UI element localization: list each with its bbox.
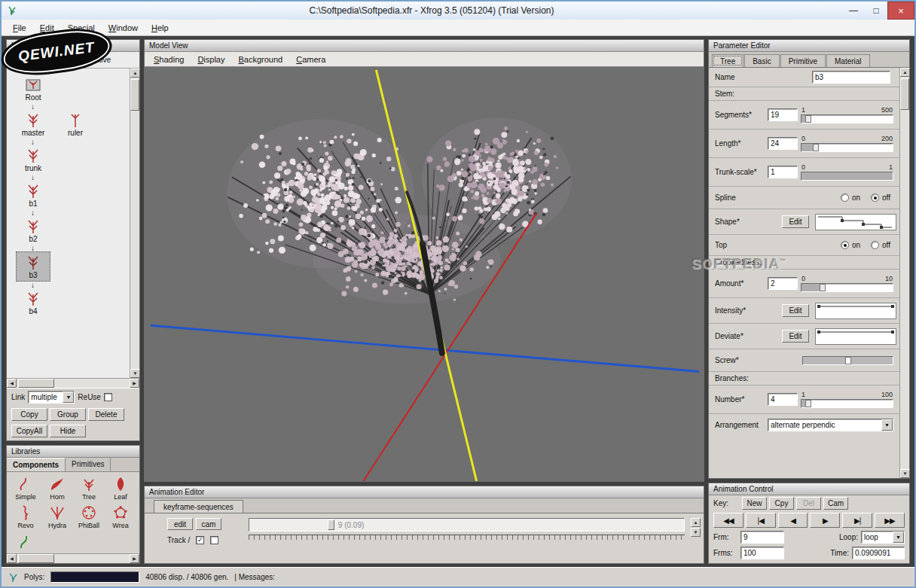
segments-input[interactable] <box>768 108 798 121</box>
scroll-up-icon[interactable]: ▲ <box>691 518 701 527</box>
scroll-right-icon[interactable]: ▶ <box>130 554 139 563</box>
menu-file[interactable]: File <box>6 21 33 35</box>
frms-input[interactable] <box>740 547 784 559</box>
library-item-horn[interactable]: Horn <box>41 474 73 502</box>
menu-display[interactable]: Display <box>191 53 231 66</box>
minimize-button[interactable]: — <box>842 2 865 20</box>
parameter-editor-vscroll[interactable]: ▲ ▼ <box>899 68 909 478</box>
menu-window[interactable]: Window <box>102 21 145 35</box>
hierarchy-node-ruler[interactable]: ruler <box>58 110 93 139</box>
library-item-wreath[interactable]: Wrea <box>105 502 136 531</box>
time-input[interactable] <box>852 547 905 559</box>
scroll-down-icon[interactable]: ▼ <box>130 369 140 378</box>
hierarchy-node-b4[interactable]: b4 <box>16 288 50 317</box>
rewind-button[interactable]: ◀◀ <box>713 513 743 528</box>
screw-slider[interactable] <box>802 356 893 365</box>
group-button[interactable]: Group <box>50 408 86 421</box>
number-slider[interactable] <box>801 399 893 408</box>
scroll-down-icon[interactable]: ▼ <box>900 469 910 478</box>
scroll-track[interactable] <box>17 554 130 563</box>
hide-button[interactable]: Hide <box>50 425 86 437</box>
scroll-left-icon[interactable]: ◀ <box>7 554 17 563</box>
scroll-track[interactable] <box>900 77 909 469</box>
menu-shading[interactable]: Shading <box>148 53 190 66</box>
tab-primitive[interactable]: Primitive <box>780 54 826 67</box>
link-dropdown[interactable]: multiple ▼ <box>28 391 75 404</box>
edit-button[interactable]: edit <box>167 518 193 530</box>
play-reverse-button[interactable]: ◀ <box>778 513 808 528</box>
maximize-button[interactable]: □ <box>865 2 887 20</box>
library-item-partial[interactable] <box>10 531 41 551</box>
scroll-right-icon[interactable]: ▶ <box>130 379 139 388</box>
library-item-hydra[interactable]: Hydra <box>41 502 73 531</box>
scroll-thumb[interactable] <box>130 79 139 111</box>
amount-slider[interactable] <box>801 283 893 292</box>
scroll-up-icon[interactable]: ▲ <box>900 68 910 77</box>
scroll-thumb[interactable] <box>900 78 909 110</box>
scroll-left-icon[interactable]: ◀ <box>7 379 17 388</box>
library-item-simple[interactable]: Simple <box>10 474 41 502</box>
library-item-phiball[interactable]: PhiBall <box>73 502 105 531</box>
arrangement-dropdown[interactable]: alternate perpendic ▼ <box>768 419 893 431</box>
length-input[interactable] <box>768 137 798 150</box>
library-item-revo[interactable]: Revo <box>10 502 41 531</box>
copy-button[interactable]: Copy <box>11 408 47 421</box>
hierarchy-node-b3-selected[interactable]: b3 <box>16 251 50 282</box>
scroll-up-icon[interactable]: ▲ <box>130 69 140 78</box>
close-button[interactable]: × <box>887 2 914 20</box>
spline-on-radio[interactable] <box>841 193 849 202</box>
step-forward-button[interactable]: ▶| <box>842 513 872 528</box>
track-checkbox-2[interactable] <box>210 536 218 544</box>
trunk-scale-slider[interactable] <box>801 172 893 181</box>
reuse-checkbox[interactable] <box>104 393 112 401</box>
dropdown-arrow-icon[interactable]: ▼ <box>881 419 893 431</box>
library-item-tree[interactable]: Tree <box>73 474 105 502</box>
dropdown-arrow-icon[interactable]: ▼ <box>63 391 74 403</box>
titlebar[interactable]: C:\Softpedia\Softpedia.xfr - Xfrog 3.5 (… <box>2 2 914 20</box>
scroll-thumb[interactable] <box>18 379 54 388</box>
menu-background[interactable]: Background <box>232 53 289 66</box>
timeline-ruler[interactable] <box>249 535 685 544</box>
step-back-button[interactable]: |◀ <box>746 513 776 528</box>
top-on-radio[interactable] <box>841 241 849 249</box>
timeline-slider[interactable]: 9 (0.09) <box>249 518 685 532</box>
hierarchy-node-root[interactable]: Root <box>16 75 50 103</box>
name-input[interactable] <box>812 71 890 84</box>
spline-off-radio[interactable] <box>871 193 879 202</box>
shape-edit-button[interactable]: Edit <box>782 215 809 228</box>
menu-help[interactable]: Help <box>145 21 176 35</box>
hierarchy-node-trunk[interactable]: trunk <box>16 145 50 174</box>
library-item-leaf[interactable]: Leaf <box>105 474 136 502</box>
dropdown-arrow-icon[interactable]: ▼ <box>893 532 904 543</box>
tab-primitives[interactable]: Primitives <box>66 458 111 471</box>
key-del-button[interactable]: Del <box>796 497 821 510</box>
hierarchy-node-b1[interactable]: b1 <box>16 181 50 209</box>
tab-keyframe-sequences[interactable]: keyframe-sequences <box>154 500 243 513</box>
hierarchy-vscroll[interactable]: ▲ ▼ <box>130 69 139 378</box>
scroll-track[interactable] <box>17 379 130 388</box>
copyall-button[interactable]: CopyAll <box>11 425 47 437</box>
key-cam-button[interactable]: Cam <box>823 497 848 510</box>
trunk-scale-input[interactable] <box>768 166 798 178</box>
fast-forward-button[interactable]: ▶▶ <box>875 513 905 528</box>
menu-camera[interactable]: Camera <box>290 53 331 66</box>
frm-input[interactable] <box>740 531 784 544</box>
scroll-thumb[interactable] <box>18 554 54 563</box>
deviate-edit-button[interactable]: Edit <box>782 330 809 343</box>
segments-slider[interactable] <box>801 114 893 123</box>
length-slider[interactable] <box>801 143 893 152</box>
tab-material[interactable]: Material <box>826 54 870 67</box>
delete-button[interactable]: Delete <box>88 408 124 421</box>
amount-input[interactable] <box>768 277 798 290</box>
scroll-down-icon[interactable]: ▼ <box>691 528 701 537</box>
track-checkbox[interactable]: ✓ <box>196 536 204 544</box>
key-new-button[interactable]: New <box>742 497 767 510</box>
cam-button[interactable]: cam <box>196 518 221 530</box>
hierarchy-node-master[interactable]: master <box>16 110 50 139</box>
intensity-edit-button[interactable]: Edit <box>782 304 809 317</box>
tab-components[interactable]: Components <box>7 458 66 471</box>
loop-dropdown[interactable]: loop ▼ <box>861 531 905 544</box>
top-off-radio[interactable] <box>871 241 879 249</box>
tab-basic[interactable]: Basic <box>744 54 779 67</box>
scroll-track[interactable] <box>130 78 139 369</box>
